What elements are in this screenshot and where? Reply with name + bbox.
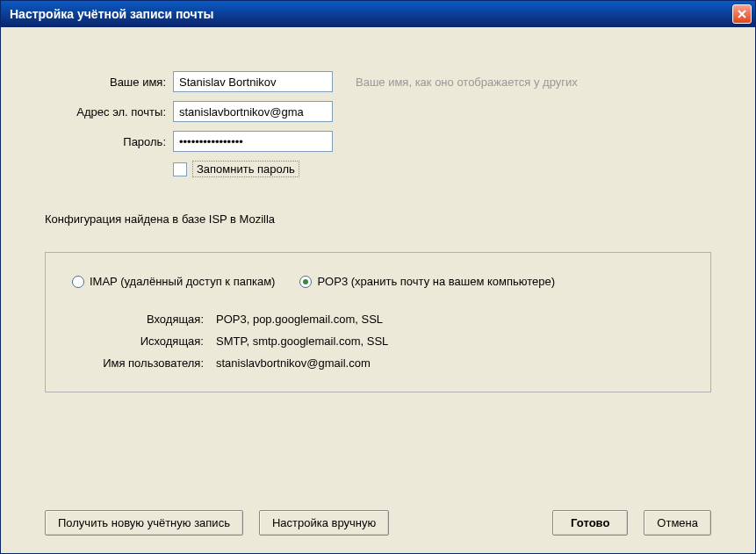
name-input[interactable]	[173, 71, 333, 92]
cancel-button[interactable]: Отмена	[644, 510, 711, 536]
password-row: Пароль:	[45, 131, 711, 152]
username-row: Имя пользователя: stanislavbortnikov@gma…	[90, 356, 684, 370]
email-input[interactable]	[173, 101, 333, 122]
remember-row: Запомнить пароль	[173, 161, 711, 177]
pop3-radio-label: POP3 (хранить почту на вашем компьютере)	[317, 275, 555, 288]
remember-checkbox[interactable]	[173, 162, 187, 176]
protocol-radio-group: IMAP (удалённый доступ к папкам) POP3 (х…	[72, 275, 684, 288]
close-icon	[737, 9, 747, 19]
incoming-row: Входящая: POP3, pop.googlemail.com, SSL	[90, 313, 684, 326]
dialog-content: Ваше имя: Ваше имя, как оно отображается…	[1, 27, 755, 553]
new-account-button[interactable]: Получить новую учётную запись	[45, 510, 243, 536]
incoming-label: Входящая:	[90, 313, 204, 326]
done-button[interactable]: Готово	[552, 510, 628, 536]
remember-label[interactable]: Запомнить пароль	[192, 161, 299, 177]
close-button[interactable]	[732, 4, 752, 24]
outgoing-value: SMTP, smtp.googlemail.com, SSL	[216, 335, 388, 348]
status-text: Конфигурация найдена в базе ISP в Mozill…	[45, 212, 711, 226]
password-input[interactable]	[173, 131, 333, 152]
window-title: Настройка учётной записи почты	[10, 7, 214, 21]
config-details: Входящая: POP3, pop.googlemail.com, SSL …	[90, 313, 684, 370]
config-box: IMAP (удалённый доступ к папкам) POP3 (х…	[45, 252, 711, 392]
imap-radio-label: IMAP (удалённый доступ к папкам)	[90, 275, 275, 288]
username-value: stanislavbortnikov@gmail.com	[216, 356, 371, 370]
incoming-value: POP3, pop.googlemail.com, SSL	[216, 313, 383, 326]
name-label: Ваше имя:	[45, 76, 166, 89]
email-row: Адрес эл. почты:	[45, 101, 711, 122]
password-label: Пароль:	[45, 135, 166, 148]
dialog-window: Настройка учётной записи почты Ваше имя:…	[0, 0, 756, 554]
outgoing-label: Исходящая:	[90, 335, 204, 348]
manual-config-button[interactable]: Настройка вручную	[259, 510, 389, 536]
titlebar: Настройка учётной записи почты	[1, 1, 755, 27]
imap-radio-option[interactable]: IMAP (удалённый доступ к папкам)	[72, 275, 275, 288]
button-bar: Получить новую учётную запись Настройка …	[45, 484, 711, 536]
name-row: Ваше имя: Ваше имя, как оно отображается…	[45, 71, 711, 92]
imap-radio-icon	[72, 276, 84, 288]
pop3-radio-icon	[299, 276, 312, 288]
form-section: Ваше имя: Ваше имя, как оно отображается…	[45, 71, 711, 177]
outgoing-row: Исходящая: SMTP, smtp.googlemail.com, SS…	[90, 335, 684, 348]
username-label: Имя пользователя:	[90, 356, 204, 370]
name-hint: Ваше имя, как оно отображается у других	[356, 76, 578, 89]
email-label: Адрес эл. почты:	[45, 105, 166, 119]
pop3-radio-option[interactable]: POP3 (хранить почту на вашем компьютере)	[299, 275, 555, 288]
